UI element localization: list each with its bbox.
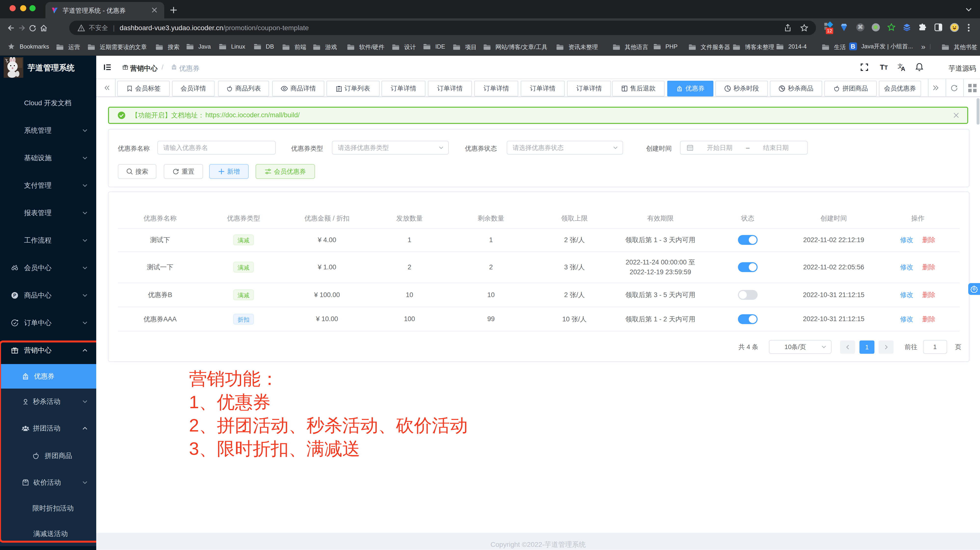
svg-text:P: P <box>13 293 16 298</box>
